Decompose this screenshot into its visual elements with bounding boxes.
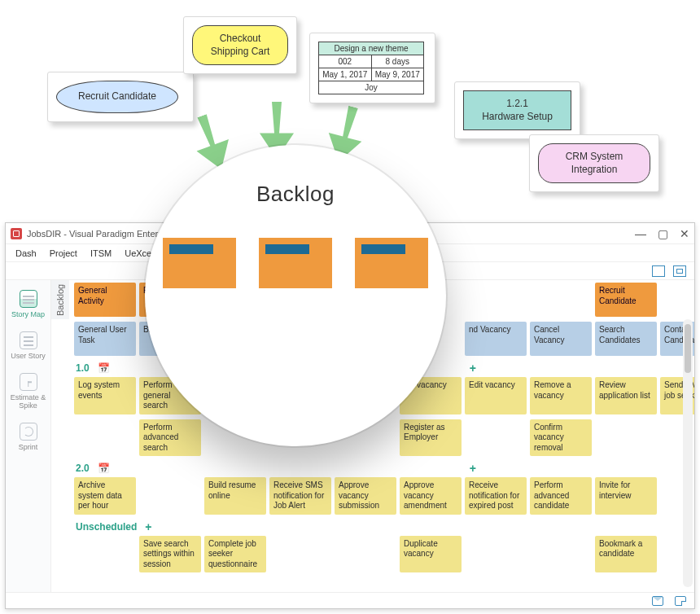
card-label: 1.2.1 Hardware Setup	[463, 90, 571, 130]
version-label: Unscheduled	[76, 521, 137, 533]
card-label: CRM System Integration	[538, 143, 650, 183]
story-card[interactable]: Approve vacancy submission	[335, 477, 396, 515]
cell: 002	[319, 55, 372, 68]
note-icon[interactable]	[675, 596, 686, 606]
story-card[interactable]: Search Candidates	[595, 322, 657, 356]
text: Integration	[571, 164, 618, 175]
backlog-gutter-label: Backlog	[51, 280, 69, 319]
minimize-button[interactable]: —	[635, 227, 646, 240]
story-card[interactable]: Archive system data per hour	[74, 477, 136, 515]
story-card[interactable]: Register as Employer	[400, 419, 462, 457]
layout-button-b-icon[interactable]	[673, 265, 686, 277]
rail-user-story[interactable]: User Story	[6, 327, 50, 365]
story-card[interactable]: Bookmark a candidate	[595, 536, 657, 573]
card-hardware-setup: 1.2.1 Hardware Setup	[454, 81, 580, 139]
backlog-card-icon	[163, 238, 236, 288]
cell: May 9, 2017	[371, 68, 424, 81]
rail-estimate-spike[interactable]: Estimate & Spike	[6, 368, 50, 414]
story-grid: Archive system data per hourBuild resume…	[69, 475, 694, 517]
window-title: JobsDIR - Visual Paradigm Enterprise	[27, 229, 177, 239]
story-card[interactable]: Save search settings within session	[139, 536, 201, 573]
story-card[interactable]: Receive notification for expired post	[465, 477, 527, 515]
version-bar-2-0[interactable]: 2.0 📅 +	[51, 458, 694, 475]
story-map-icon	[20, 290, 37, 308]
mail-icon[interactable]	[652, 596, 663, 606]
story-card[interactable]: Edit vacancy	[465, 377, 527, 414]
text: Hardware Setup	[482, 111, 553, 122]
rail-label: Estimate & Spike	[7, 393, 49, 410]
story-card[interactable]: Perform advanced candidate	[530, 477, 592, 515]
story-card[interactable]: General User Task	[74, 322, 136, 356]
story-card[interactable]: nd Vacancy	[465, 322, 527, 356]
menu-project[interactable]: Project	[50, 248, 77, 258]
card-label: Checkout Shipping Cart	[192, 25, 288, 65]
v20-row1: Archive system data per hourBuild resume…	[51, 475, 694, 517]
magnifier-cards	[145, 238, 446, 288]
story-card[interactable]: Complete job seeker questionnaire	[204, 536, 266, 573]
card-label: Recruit Candidate	[56, 81, 178, 113]
maximize-button[interactable]: ▢	[658, 227, 668, 240]
table-header: Design a new theme	[319, 42, 424, 55]
user-story-icon	[20, 331, 37, 349]
version-bar-unscheduled[interactable]: Unscheduled +	[51, 517, 694, 533]
window-controls: — ▢ ✕	[635, 227, 689, 240]
version-label: 2.0	[76, 463, 90, 474]
story-grid: Save search settings within sessionCompl…	[69, 533, 694, 576]
add-button[interactable]: +	[470, 462, 476, 475]
calendar-icon[interactable]: 📅	[98, 463, 110, 474]
menu-dash[interactable]: Dash	[15, 248, 37, 258]
story-grid: Perform advanced searchRegister as Emplo…	[69, 417, 694, 459]
story-card[interactable]: Receive SMS notification for Job Alert	[269, 477, 331, 515]
layout-button-a-icon[interactable]	[652, 265, 665, 277]
cell: May 1, 2017	[319, 68, 372, 81]
story-card[interactable]: Recruit Candidate	[595, 283, 657, 317]
story-card[interactable]: Review application list	[595, 377, 657, 414]
menu-itsm[interactable]: ITSM	[90, 248, 112, 258]
card-recruit-candidate: Recruit Candidate	[47, 72, 194, 122]
text: CRM System	[566, 151, 623, 162]
card-crm-integration: CRM System Integration	[529, 134, 659, 192]
calendar-icon[interactable]: 📅	[98, 362, 110, 374]
close-button[interactable]: ✕	[680, 227, 689, 240]
story-card[interactable]: Duplicate vacancy	[400, 536, 462, 573]
cell: Joy	[319, 81, 424, 94]
text: Shipping Cart	[211, 46, 270, 57]
rail-label: User Story	[7, 352, 49, 360]
rail-label: Sprint	[7, 443, 49, 451]
rail-sprint[interactable]: Sprint	[6, 418, 50, 456]
rail-label: Story Map	[7, 310, 49, 318]
add-button[interactable]: +	[470, 362, 476, 375]
status-bar	[6, 592, 694, 608]
sprint-icon	[20, 423, 37, 441]
rail-story-map[interactable]: Story Map	[6, 285, 50, 323]
left-rail: Story Map User Story Estimate & Spike Sp…	[6, 280, 51, 592]
story-card[interactable]: General Activity	[74, 283, 136, 317]
story-card[interactable]: Perform advanced search	[139, 419, 201, 457]
story-card[interactable]: Confirm vacancy removal	[530, 419, 592, 457]
story-card[interactable]: Invite for interview	[595, 477, 657, 515]
backlog-card-icon	[355, 238, 428, 288]
clock-icon	[20, 373, 37, 391]
version-label: 1.0	[76, 362, 90, 374]
backlog-magnifier: Backlog	[145, 145, 446, 446]
card-design-theme: Design a new theme 0028 days May 1, 2017…	[309, 33, 435, 103]
theme-table: Design a new theme 0028 days May 1, 2017…	[318, 42, 424, 94]
story-card[interactable]: Log system events	[74, 377, 136, 414]
story-card[interactable]: Cancel Vacancy	[530, 322, 592, 356]
card-checkout: Checkout Shipping Cart	[183, 16, 297, 74]
story-card[interactable]: Remove a vacancy	[530, 377, 592, 414]
vertical-scrollbar[interactable]	[683, 319, 693, 587]
backlog-card-icon	[259, 238, 332, 288]
cell: 8 days	[371, 55, 424, 68]
story-card[interactable]: Build resume online	[204, 477, 266, 515]
unscheduled-row1: Save search settings within sessionCompl…	[51, 533, 694, 576]
text: 1.2.1	[506, 98, 528, 109]
story-card[interactable]: Approve vacancy amendment	[400, 477, 462, 515]
add-button[interactable]: +	[145, 520, 151, 533]
app-icon	[11, 228, 22, 239]
text: Checkout	[220, 33, 261, 44]
